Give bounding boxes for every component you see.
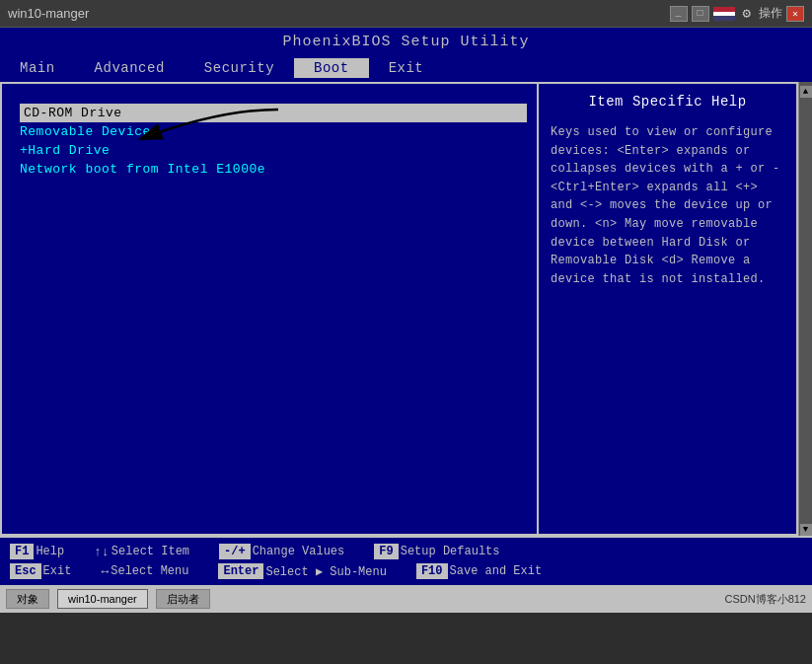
f1-key: F1: [10, 544, 34, 559]
nav-main[interactable]: Main: [0, 58, 75, 78]
f1-desc: Help: [36, 545, 64, 558]
bios-screen: PhoenixBIOS Setup Utility Main Advanced …: [0, 28, 812, 585]
gear-icon: ⚙: [743, 5, 751, 22]
taskbar-win10manger[interactable]: win10-manger: [57, 589, 148, 609]
footer-f1: F1 Help: [10, 544, 80, 559]
nav-boot[interactable]: Boot: [294, 58, 369, 78]
nav-security[interactable]: Security: [185, 58, 294, 78]
select-menu-desc: Select Menu: [111, 564, 188, 578]
bios-main: CD-ROM Drive Removable Devices +Hard Dri…: [0, 82, 812, 536]
boot-item-harddrive[interactable]: +Hard Drive: [20, 141, 527, 160]
bios-right-panel: Item Specific Help Keys used to view or …: [537, 82, 798, 536]
window-controls: _ □ ⚙ 操作 ✕: [670, 5, 804, 22]
select-submenu-desc: Select ▶ Sub-Menu: [265, 564, 386, 579]
bios-footer: F1 Help ↑↓ Select Item -/+ Change Values…: [0, 536, 812, 585]
footer-f10: F10 Save and Exit: [416, 563, 557, 579]
footer-plusminus: -/+ Change Values: [219, 544, 360, 559]
enter-key: Enter: [218, 563, 263, 579]
select-item-desc: Select Item: [111, 545, 189, 558]
scroll-down-btn[interactable]: ▼: [800, 524, 812, 536]
boot-item-removable[interactable]: Removable Devices: [20, 122, 527, 141]
esc-desc: Exit: [43, 564, 72, 578]
footer-line-2: Esc Exit ↔ Select Menu Enter Select ▶ Su…: [10, 561, 802, 581]
scroll-up-btn[interactable]: ▲: [800, 86, 812, 98]
f10-key: F10: [416, 563, 448, 579]
footer-f9: F9 Setup Defaults: [374, 544, 515, 559]
bios-left-panel: CD-ROM Drive Removable Devices +Hard Dri…: [0, 82, 537, 536]
taskbar: 对象 win10-manger 启动者 CSDN博客小812: [0, 585, 812, 613]
footer-enter: Enter Select ▶ Sub-Menu: [218, 563, 402, 579]
csdn-text: CSDN博客小812: [724, 593, 806, 605]
change-values-desc: Change Values: [253, 545, 345, 558]
nav-exit[interactable]: Exit: [369, 58, 444, 78]
close-button[interactable]: ✕: [786, 6, 804, 22]
nav-advanced[interactable]: Advanced: [75, 58, 185, 78]
save-exit-desc: Save and Exit: [450, 564, 543, 578]
restore-button[interactable]: □: [692, 6, 709, 22]
ud-arrows: ↑↓: [94, 545, 110, 559]
setup-defaults-desc: Setup Defaults: [401, 545, 500, 558]
window-title: win10-manger: [8, 6, 89, 21]
bios-nav: Main Advanced Security Boot Exit: [0, 54, 812, 82]
esc-key: Esc: [10, 563, 41, 579]
taskbar-launcher[interactable]: 启动者: [156, 589, 210, 609]
boot-item-cdrom[interactable]: CD-ROM Drive: [20, 104, 527, 122]
scrollbar[interactable]: ▲ ▼: [798, 82, 812, 536]
plusminus-key: -/+: [219, 544, 251, 559]
help-text: Keys used to view or configure devices: …: [551, 123, 784, 288]
window-bar: win10-manger _ □ ⚙ 操作 ✕: [0, 0, 812, 28]
f9-key: F9: [374, 544, 398, 559]
minimize-button[interactable]: _: [670, 6, 688, 22]
footer-arrows-lr: ↔ Select Menu: [101, 564, 204, 579]
ops-text: 操作: [759, 5, 782, 22]
help-title: Item Specific Help: [551, 94, 784, 110]
bios-title: PhoenixBIOS Setup Utility: [0, 28, 812, 54]
footer-esc: Esc Exit: [10, 563, 87, 579]
footer-line-1: F1 Help ↑↓ Select Item -/+ Change Values…: [10, 542, 802, 561]
taskbar-start[interactable]: 对象: [6, 589, 49, 609]
footer-arrows-ud: ↑↓ Select Item: [94, 545, 205, 559]
lr-arrows: ↔: [101, 564, 109, 579]
taskbar-right: CSDN博客小812: [724, 592, 806, 607]
boot-items-list: CD-ROM Drive Removable Devices +Hard Dri…: [20, 104, 527, 179]
flag-icon: [713, 7, 735, 21]
boot-item-network[interactable]: Network boot from Intel E1000e: [20, 160, 527, 179]
